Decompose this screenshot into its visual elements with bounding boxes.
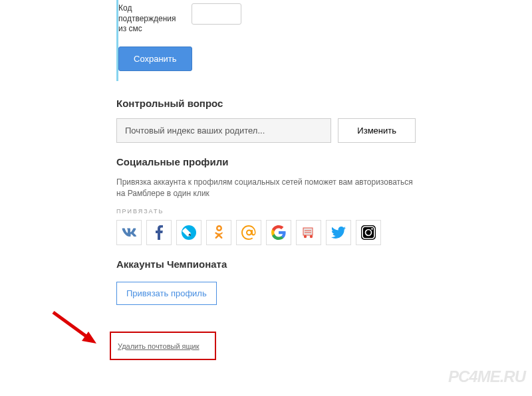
svg-point-7 xyxy=(371,229,373,231)
sms-code-label: Код подтверждения из смс xyxy=(118,3,185,35)
bind-label: ПРИВЯЗАТЬ xyxy=(116,208,416,215)
instagram-icon[interactable] xyxy=(356,220,381,245)
odnoklassniki-icon[interactable] xyxy=(206,220,231,245)
svg-line-8 xyxy=(53,312,90,339)
facebook-icon[interactable] xyxy=(146,220,172,245)
svg-rect-1 xyxy=(303,228,313,235)
social-profiles-description: Привязка аккаунта к профилям социальных … xyxy=(116,177,416,199)
security-question-title: Контрольный вопрос xyxy=(116,98,416,109)
watermark: PC4ME.RU xyxy=(448,367,525,386)
delete-mailbox-link[interactable]: Удалить почтовый ящик xyxy=(118,342,200,350)
svg-point-2 xyxy=(304,235,307,238)
sms-code-input[interactable] xyxy=(192,3,241,25)
security-question-value: Почтовый индекс ваших родител... xyxy=(116,118,331,143)
google-icon[interactable] xyxy=(266,220,291,245)
yandex-icon[interactable] xyxy=(296,220,321,245)
social-profiles-title: Социальные профили xyxy=(116,156,416,167)
bind-profile-button[interactable]: Привязать профиль xyxy=(116,282,217,305)
change-button[interactable]: Изменить xyxy=(338,118,416,143)
delete-mailbox-highlight: Удалить почтовый ящик xyxy=(110,332,216,360)
livejournal-icon[interactable] xyxy=(176,220,201,245)
vk-icon[interactable] xyxy=(116,220,142,245)
save-button[interactable]: Сохранить xyxy=(118,47,192,71)
svg-point-3 xyxy=(310,235,313,238)
championship-title: Аккаунты Чемпионата xyxy=(116,258,416,270)
twitter-icon[interactable] xyxy=(326,220,351,245)
annotation-arrow-icon xyxy=(50,309,103,349)
mailru-icon[interactable] xyxy=(236,220,261,245)
